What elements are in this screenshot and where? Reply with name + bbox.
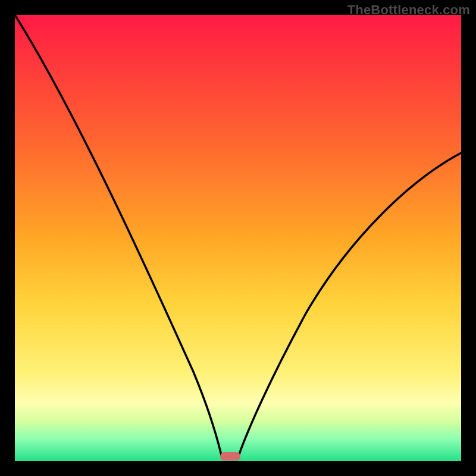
chart-frame: TheBottleneck.com — [0, 0, 476, 476]
watermark-text: TheBottleneck.com — [347, 2, 470, 18]
optimal-marker — [220, 452, 240, 461]
bottleneck-curve-path — [15, 15, 461, 458]
bottleneck-curve — [15, 15, 461, 461]
